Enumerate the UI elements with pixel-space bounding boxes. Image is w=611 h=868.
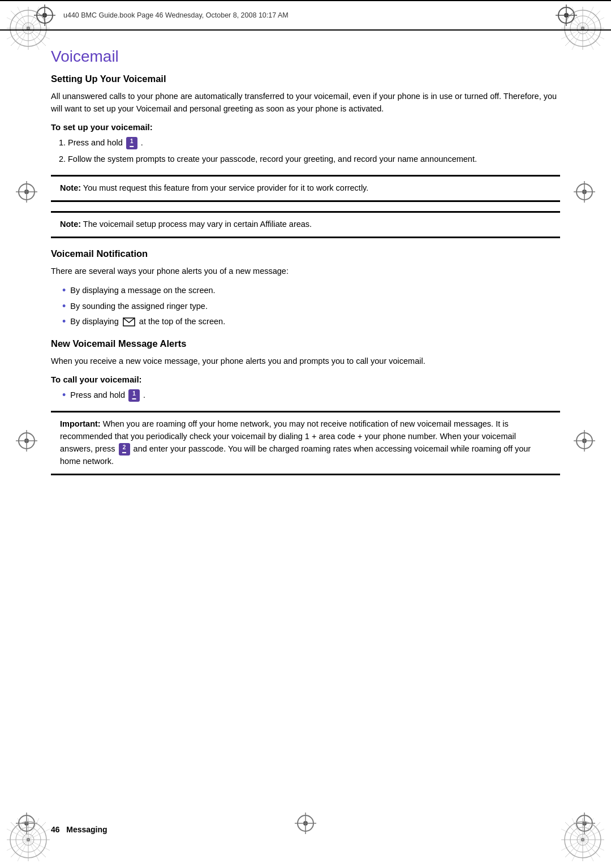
envelope-icon: [123, 317, 135, 326]
section3-heading: New Voicemail Message Alerts: [51, 338, 560, 349]
header-text: u440 BMC Guide.book Page 46 Wednesday, O…: [63, 11, 289, 19]
section2-body: There are several ways your phone alerts…: [51, 265, 560, 277]
bottom-left-sunburst: [6, 817, 51, 862]
note-box-2: Note: The voicemail setup process may va…: [51, 211, 560, 238]
note2-label: Note:: [60, 220, 81, 229]
call-voicemail-heading: To call your voicemail:: [51, 375, 560, 384]
section3-body: When you receive a new voice message, yo…: [51, 355, 560, 367]
section2-heading: Voicemail Notification: [51, 248, 560, 259]
note2-text: The voicemail setup process may vary in …: [81, 220, 312, 229]
bullet2-text: By sounding the assigned ringer type.: [70, 300, 208, 313]
header-bar: u440 BMC Guide.book Page 46 Wednesday, O…: [0, 0, 611, 31]
voicemail-key-icon: 1 ▬: [126, 137, 137, 149]
step1-text: Press and hold 1 ▬ .: [68, 138, 143, 147]
section1-heading: Setting Up Your Voicemail: [51, 74, 560, 84]
footer-page: 46: [51, 825, 60, 834]
call-bullet-1: Press and hold 1 ▬ .: [62, 389, 560, 402]
bullet3-text: By displaying at the top of the screen.: [70, 315, 225, 328]
voicemail-key-icon-3: 2 ▬: [119, 443, 130, 456]
notification-bullets: By displaying a message on the screen. B…: [62, 284, 560, 328]
bullet-2: By sounding the assigned ringer type.: [62, 300, 560, 313]
header-crosshair-right: [556, 5, 577, 26]
step2-text: Follow the system prompts to create your…: [68, 154, 477, 164]
bullet1-text: By displaying a message on the screen.: [70, 284, 215, 297]
right-crosshair-1: [574, 181, 595, 203]
content-area: Voicemail Setting Up Your Voicemail All …: [0, 31, 611, 501]
call-bullets: Press and hold 1 ▬ .: [62, 389, 560, 402]
bottom-center-crosshair: [295, 813, 316, 834]
page-title: Voicemail: [51, 48, 560, 66]
section1-body: All unanswered calls to your phone are a…: [51, 90, 560, 115]
call-bullet-text: Press and hold 1 ▬ .: [70, 389, 145, 402]
left-crosshair-1: [16, 181, 37, 203]
left-crosshair-2: [16, 430, 37, 452]
bullet-3: By displaying at the top of the screen.: [62, 315, 560, 328]
note1-label: Note:: [60, 183, 81, 192]
page: u440 BMC Guide.book Page 46 Wednesday, O…: [0, 0, 611, 868]
note1-text: You must request this feature from your …: [81, 183, 368, 192]
footer-section: Messaging: [66, 825, 107, 834]
step-2: Follow the system prompts to create your…: [68, 153, 560, 166]
footer: 46 Messaging: [51, 825, 107, 834]
important-text2: and enter your passcode. You will be cha…: [60, 444, 531, 466]
step-1: Press and hold 1 ▬ .: [68, 136, 560, 149]
header-crosshair-left: [34, 5, 55, 26]
important-box: Important: When you are roaming off your…: [51, 411, 560, 475]
voicemail-key-icon-2: 1 ▬: [128, 389, 140, 402]
bottom-right-sunburst: [560, 817, 605, 862]
bullet-1: By displaying a message on the screen.: [62, 284, 560, 297]
setup-subheading: To set up your voicemail:: [51, 122, 560, 132]
setup-steps: Press and hold 1 ▬ . Follow the system p…: [68, 136, 560, 166]
note-box-1: Note: You must request this feature from…: [51, 175, 560, 202]
right-crosshair-2: [574, 430, 595, 452]
important-label: Important:: [60, 419, 101, 428]
